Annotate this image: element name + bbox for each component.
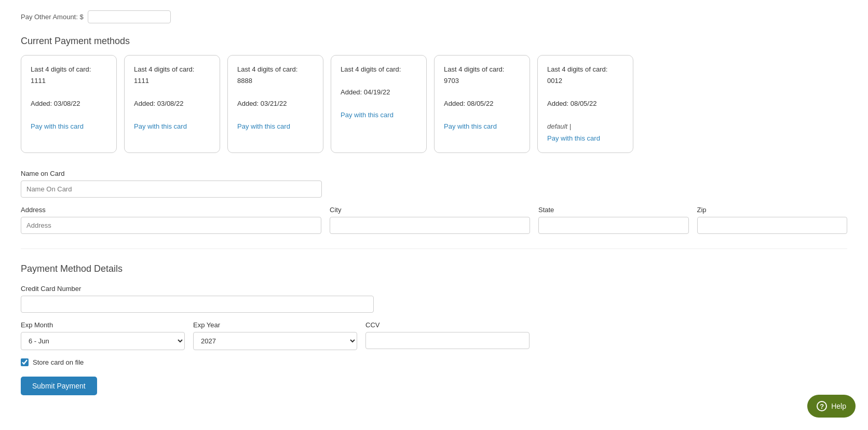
cc-number-group: Credit Card Number •••••••••••••• — [21, 285, 374, 313]
exp-month-select[interactable]: 1 - Jan2 - Feb3 - Mar4 - Apr5 - May6 - J… — [21, 332, 185, 350]
cards-row: Last 4 digits of card: 1111Added: 03/08/… — [21, 55, 847, 153]
current-payment-title: Current Payment methods — [21, 36, 847, 47]
address-label: Address — [21, 206, 321, 214]
zip-group: Zip — [697, 206, 848, 234]
name-on-card-input[interactable] — [21, 181, 322, 198]
zip-input[interactable] — [697, 217, 848, 234]
exp-month-group: Exp Month 1 - Jan2 - Feb3 - Mar4 - Apr5 … — [21, 321, 185, 350]
submit-payment-button[interactable]: Submit Payment — [21, 377, 97, 395]
exp-year-select[interactable]: 202220232024202520262027202820292030 — [193, 332, 357, 350]
card-item: Last 4 digits of card: 9703Added: 08/05/… — [434, 55, 530, 153]
payment-details-section: Payment Method Details Credit Card Numbe… — [21, 263, 847, 395]
store-card-checkbox[interactable] — [21, 358, 29, 366]
store-card-row: Store card on file — [21, 358, 847, 366]
ccv-input[interactable]: ••• — [365, 332, 530, 349]
card-last4: Last 4 digits of card: 8888 — [237, 64, 314, 87]
zip-label: Zip — [697, 206, 848, 214]
help-label: Help — [831, 402, 846, 410]
card-item: Last 4 digits of card: 1111Added: 03/08/… — [21, 55, 117, 153]
exp-month-label: Exp Month — [21, 321, 185, 329]
pay-with-card-link[interactable]: Pay with this card — [134, 121, 187, 132]
pay-with-card-link[interactable]: Pay with this card — [31, 121, 84, 132]
ccv-group: CCV ••• — [365, 321, 530, 349]
pay-other-amount-input[interactable] — [88, 10, 171, 23]
state-label: State — [538, 206, 689, 214]
card-item: Last 4 digits of card: 0012Added: 08/05/… — [537, 55, 633, 153]
help-icon: ? — [817, 401, 827, 411]
state-input[interactable] — [538, 217, 689, 234]
address-input[interactable] — [21, 217, 321, 234]
ccv-label: CCV — [365, 321, 530, 329]
card-added-date: Added: 03/21/22 — [237, 98, 287, 109]
card-added-date: Added: 03/08/22 — [134, 98, 183, 109]
card-last4: Last 4 digits of card: — [341, 64, 401, 75]
state-group: State — [538, 206, 689, 234]
city-input[interactable] — [330, 217, 530, 234]
cc-number-label: Credit Card Number — [21, 285, 374, 293]
payment-details-title: Payment Method Details — [21, 263, 847, 274]
card-last4: Last 4 digits of card: 1111 — [31, 64, 107, 87]
pay-with-card-link[interactable]: Pay with this card — [444, 121, 497, 132]
name-on-card-label: Name on Card — [21, 170, 322, 177]
cc-number-input[interactable]: •••••••••••••• — [21, 296, 374, 313]
city-group: City — [330, 206, 530, 234]
card-added-date: Added: 04/19/22 — [341, 87, 390, 98]
card-item: Last 4 digits of card:Added: 04/19/22Pay… — [331, 55, 427, 153]
current-payment-section: Current Payment methods Last 4 digits of… — [21, 36, 847, 153]
card-last4: Last 4 digits of card: 9703 — [444, 64, 520, 87]
pay-other-amount-label: Pay Other Amount: $ — [21, 13, 84, 21]
card-item: Last 4 digits of card: 1111Added: 03/08/… — [124, 55, 220, 153]
pay-with-card-link[interactable]: Pay with this card — [547, 133, 600, 144]
top-bar: Pay Other Amount: $ — [21, 10, 847, 23]
exp-year-group: Exp Year 2022202320242025202620272028202… — [193, 321, 357, 350]
card-item: Last 4 digits of card: 8888Added: 03/21/… — [227, 55, 323, 153]
store-card-label: Store card on file — [33, 358, 84, 366]
card-last4: Last 4 digits of card: 1111 — [134, 64, 210, 87]
pay-with-card-link[interactable]: Pay with this card — [237, 121, 290, 132]
card-last4: Last 4 digits of card: 0012 — [547, 64, 623, 87]
pay-with-card-link[interactable]: Pay with this card — [341, 109, 394, 121]
help-button[interactable]: ? Help — [807, 395, 856, 418]
billing-form: Name on Card Address City State Zip — [21, 170, 847, 234]
card-added-date: Added: 08/05/22 — [444, 98, 493, 109]
card-added-date: Added: 08/05/22 — [547, 98, 596, 109]
city-label: City — [330, 206, 530, 214]
card-added-date: Added: 03/08/22 — [31, 98, 80, 109]
exp-year-label: Exp Year — [193, 321, 357, 329]
card-default-label: default | — [547, 121, 571, 132]
name-on-card-group: Name on Card — [21, 170, 322, 198]
address-group: Address — [21, 206, 321, 234]
